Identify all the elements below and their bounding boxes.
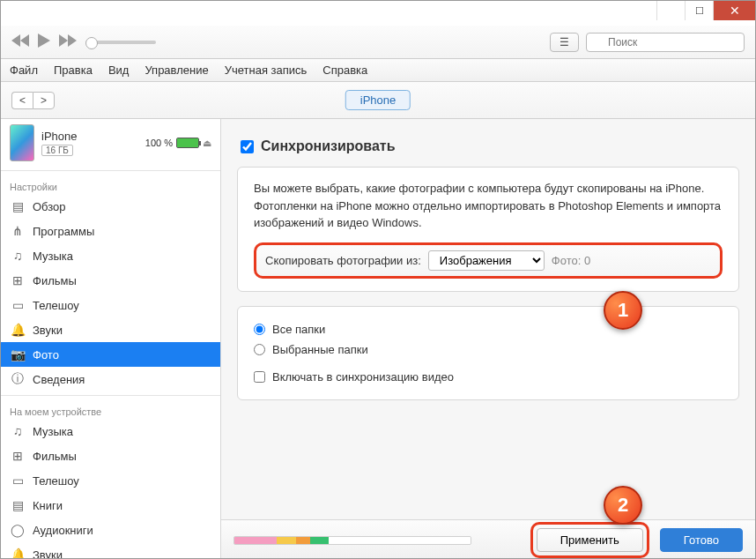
battery-icon xyxy=(176,138,199,148)
minimize-button[interactable] xyxy=(656,1,685,20)
apps-icon: ⋔ xyxy=(10,223,26,239)
sidebar-item-tones[interactable]: 🔔Звуки xyxy=(1,317,220,342)
sidebar-item-apps[interactable]: ⋔Программы xyxy=(1,219,220,243)
apply-highlight: Применить xyxy=(530,522,649,558)
panel-description: Вы можете выбрать, какие фотографии с ко… xyxy=(237,167,739,292)
sidebar-item-tones[interactable]: 🔔Звуки xyxy=(1,542,220,559)
device-header[interactable]: iPhone 16 ГБ 100 % ⏏ xyxy=(1,119,220,167)
sidebar: iPhone 16 ГБ 100 % ⏏ Настройки ▤Обзор⋔Пр… xyxy=(1,119,221,559)
window-titlebar: ☐ ✕ xyxy=(1,1,755,26)
sidebar-item-label: Звуки xyxy=(33,324,63,337)
sidebar-item-label: Книги xyxy=(33,499,63,512)
menu-account[interactable]: Учетная запись xyxy=(225,63,308,77)
playback-controls xyxy=(11,34,156,50)
photo-icon: 📷 xyxy=(10,347,26,362)
menu-help[interactable]: Справка xyxy=(322,63,367,77)
panel-options: Все папки Выбранные папки Включать в син… xyxy=(237,306,739,400)
copy-from-select[interactable]: Изображения xyxy=(428,250,545,271)
sidebar-item-label: Фильмы xyxy=(33,450,77,463)
eject-button[interactable]: ⏏ xyxy=(203,138,211,149)
music-icon: ♫ xyxy=(10,248,26,264)
sub-toolbar: < > iPhone xyxy=(1,82,755,119)
search-input[interactable] xyxy=(586,33,745,52)
sidebar-item-label: Фото xyxy=(33,348,59,361)
prev-track-button[interactable] xyxy=(11,34,29,49)
device-thumbnail-icon xyxy=(10,124,34,161)
sidebar-item-music[interactable]: ♫Музыка xyxy=(1,419,220,443)
option-selected-folders[interactable]: Выбранные папки xyxy=(254,339,723,360)
top-toolbar: ☰ xyxy=(1,26,755,59)
copy-from-label: Скопировать фотографии из: xyxy=(265,254,421,267)
audio-icon: ◯ xyxy=(10,522,26,538)
device-pill[interactable]: iPhone xyxy=(345,90,411,110)
sidebar-item-tv[interactable]: ▭Телешоу xyxy=(1,468,220,493)
sidebar-item-label: Сведения xyxy=(33,373,85,386)
menu-bar: Файл Правка Вид Управление Учетная запис… xyxy=(1,59,755,82)
tv-icon: ▭ xyxy=(10,297,26,313)
sidebar-section-ondevice: На моем устройстве xyxy=(1,399,220,419)
menu-controls[interactable]: Управление xyxy=(145,63,208,77)
sidebar-item-label: Обзор xyxy=(33,200,66,213)
sidebar-item-photo[interactable]: 📷Фото xyxy=(1,342,220,367)
description-text: Вы можете выбрать, какие фотографии с ко… xyxy=(254,180,723,232)
apply-button[interactable]: Применить xyxy=(537,528,643,552)
sidebar-item-overview[interactable]: ▤Обзор xyxy=(1,194,220,219)
tv-icon: ▭ xyxy=(10,473,26,488)
overview-icon: ▤ xyxy=(10,198,26,214)
done-button[interactable]: Готово xyxy=(660,528,743,552)
sidebar-item-music[interactable]: ♫Музыка xyxy=(1,243,220,268)
sync-label: Синхронизировать xyxy=(261,138,396,154)
battery-percent: 100 % xyxy=(145,138,173,148)
nav-forward-button[interactable]: > xyxy=(33,92,55,109)
movies-icon: ⊞ xyxy=(10,448,26,464)
sidebar-item-movies[interactable]: ⊞Фильмы xyxy=(1,268,220,293)
close-icon: ✕ xyxy=(730,4,740,18)
copy-from-row: Скопировать фотографии из: Изображения Ф… xyxy=(254,242,723,279)
sync-checkbox[interactable] xyxy=(241,140,254,153)
sidebar-section-settings: Настройки xyxy=(1,175,220,194)
bottom-bar: Применить Готово xyxy=(221,519,755,559)
annotation-badge-1: 1 xyxy=(604,291,642,330)
sidebar-item-label: Музыка xyxy=(33,425,73,438)
sidebar-item-audio[interactable]: ◯Аудиокниги xyxy=(1,518,220,542)
close-button[interactable]: ✕ xyxy=(713,1,755,20)
nav-back-button[interactable]: < xyxy=(11,92,33,109)
sidebar-item-movies[interactable]: ⊞Фильмы xyxy=(1,443,220,468)
next-track-button[interactable] xyxy=(59,34,77,49)
movies-icon: ⊞ xyxy=(10,272,26,288)
photo-count-label: Фото: 0 xyxy=(552,254,590,267)
option-all-folders[interactable]: Все папки xyxy=(254,319,723,339)
sidebar-item-label: Звуки xyxy=(33,548,63,560)
option-include-video[interactable]: Включать в синхронизацию видео xyxy=(254,367,723,387)
sidebar-item-label: Музыка xyxy=(33,250,73,263)
music-icon: ♫ xyxy=(10,423,26,439)
menu-view[interactable]: Вид xyxy=(108,63,130,77)
sidebar-item-label: Фильмы xyxy=(33,274,77,287)
annotation-badge-2: 2 xyxy=(604,486,642,525)
books-icon: ▤ xyxy=(10,497,26,513)
maximize-icon: ☐ xyxy=(695,5,704,17)
sidebar-item-books[interactable]: ▤Книги xyxy=(1,493,220,518)
menu-edit[interactable]: Правка xyxy=(54,63,93,77)
sidebar-item-label: Аудиокниги xyxy=(33,524,93,537)
play-button[interactable] xyxy=(38,34,50,50)
sidebar-item-label: Телешоу xyxy=(33,299,79,312)
sidebar-item-label: Телешоу xyxy=(33,474,79,488)
volume-slider[interactable] xyxy=(85,41,156,44)
tones-icon: 🔔 xyxy=(10,547,26,559)
device-name: iPhone xyxy=(41,130,138,143)
info-icon: ⓘ xyxy=(10,371,26,387)
list-view-button[interactable]: ☰ xyxy=(550,33,579,52)
maximize-button[interactable]: ☐ xyxy=(685,1,713,20)
sidebar-item-label: Программы xyxy=(33,225,94,238)
device-capacity-badge: 16 ГБ xyxy=(41,145,73,156)
sidebar-item-tv[interactable]: ▭Телешоу xyxy=(1,293,220,317)
menu-file[interactable]: Файл xyxy=(10,63,38,77)
main-content: Синхронизировать Вы можете выбрать, каки… xyxy=(221,119,755,559)
tones-icon: 🔔 xyxy=(10,322,26,338)
sidebar-item-info[interactable]: ⓘСведения xyxy=(1,367,220,391)
storage-meter xyxy=(233,536,471,545)
